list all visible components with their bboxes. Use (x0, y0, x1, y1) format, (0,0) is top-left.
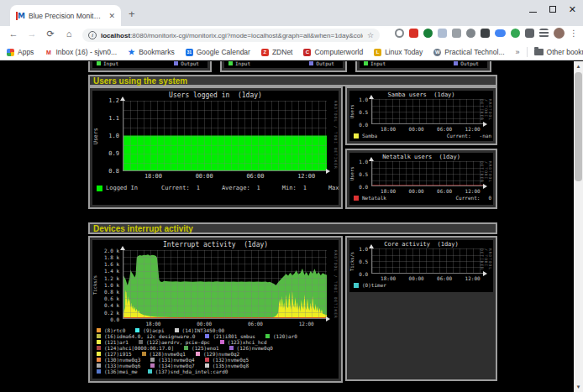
legend-item: (129)nvme0q2 (196, 351, 239, 357)
y-tick: 1.2 (92, 97, 119, 104)
legend-swatch (148, 369, 152, 374)
bookmark-star-icon[interactable]: ☆ (367, 31, 374, 39)
legend-row: (130)nvme0q3(131)nvme0q4(132)nvme0q5 (97, 357, 337, 363)
share-icon[interactable] (423, 29, 433, 38)
bookmark-item[interactable]: ZZDNet (261, 48, 293, 56)
legend-item-label: (130)nvme0q3 (104, 357, 140, 363)
x-tick: 18:00 (376, 126, 401, 132)
vertical-scrollbar[interactable]: ▲ ▼ (574, 61, 583, 392)
x-tick: 00:00 (404, 188, 429, 194)
preview-icon[interactable] (466, 29, 475, 38)
window-controls: ✕ (529, 5, 576, 13)
plot-area (123, 250, 327, 319)
y-tick: 1.0 (349, 159, 368, 165)
extensions-puzzle-icon[interactable] (525, 29, 534, 38)
x-tick: 12:00 (294, 173, 319, 180)
input-legend-label: Input (103, 61, 118, 66)
browser-menu-icon[interactable]: ⋮ (570, 29, 578, 38)
rrdtool-watermark: RRDTOOL / TOBI OETIKER (480, 248, 492, 274)
folder-icon (534, 49, 544, 55)
legend-item: (132)nvme0q5 (205, 357, 249, 363)
legend-item: (21)i801_smbus (205, 333, 255, 339)
y-tick: 0.5 (349, 171, 368, 177)
partial-graph-box[interactable]: Input Output (355, 61, 491, 72)
messenger-icon[interactable] (495, 29, 506, 37)
home-icon[interactable]: ⌂ (62, 29, 76, 39)
legend-row: (0)timer (354, 282, 491, 288)
legend-item-label: (9)acpi (143, 327, 164, 333)
notes-icon[interactable] (452, 29, 461, 38)
graph-box-core-activity[interactable]: Core activity (1day)Ticks/s1.00.50.018:0… (345, 236, 497, 381)
bookmark-item[interactable]: CComputerworld (303, 48, 363, 56)
search-icon[interactable] (395, 29, 404, 38)
mail-icon[interactable] (409, 29, 418, 38)
partial-graph-image: Input Output (224, 61, 343, 68)
back-icon[interactable]: ← (7, 29, 20, 39)
linuxtoday-icon: L (374, 49, 381, 56)
bookmark-label: Bookmarks (139, 48, 175, 56)
legend-item-label: (21)i801_smbus (213, 333, 255, 339)
legend-item-label: (121)ar1 (104, 339, 129, 345)
legend-item-label: (8)rtc0 (104, 327, 125, 333)
legend-swatch (205, 363, 209, 368)
legend-item: (14)INT3450:00 (175, 327, 225, 333)
rrdtool-watermark: RRDTOOL / TOBI OETIKER (334, 101, 338, 171)
legend-stat-value: 1 (257, 185, 260, 191)
browser-tab[interactable]: M Blue Precision Monitorix ✕ (10, 5, 121, 26)
bookmark-item[interactable]: LLinux Today (374, 48, 423, 56)
y-tick: 1.0 (349, 97, 368, 102)
scroll-up-icon[interactable]: ▲ (574, 61, 583, 71)
tab-list-icon[interactable] (539, 29, 549, 38)
profile-avatar[interactable] (554, 28, 565, 39)
graph-box-users-logged-in[interactable]: Users logged in (1day)Users1.21.11.00.90… (88, 86, 343, 209)
output-legend-label: Output (460, 61, 479, 66)
partial-graph-box[interactable]: Input Output (88, 61, 212, 72)
axis-arrow-up (120, 246, 125, 250)
y-tick: 0.0 (349, 122, 368, 128)
graph-users-logged-in: Users logged in (1day)Users1.21.11.00.90… (92, 91, 339, 205)
axis-arrow-up (369, 95, 374, 99)
bookmark-item[interactable]: ★Bookmarks (128, 48, 175, 56)
bookmark-item[interactable]: MInbox (16) - sjvn0... (45, 48, 117, 56)
minimize-icon[interactable] (529, 6, 537, 13)
page-info-icon[interactable]: i (88, 31, 97, 39)
legend-item: (131)nvme0q4 (150, 357, 194, 363)
partial-graph-box[interactable]: Input Output (220, 61, 347, 72)
adblock-icon[interactable] (511, 29, 520, 38)
legend-swatch (97, 334, 101, 338)
scroll-down-icon[interactable]: ▼ (574, 382, 583, 392)
graph-box-interrupt-activity[interactable]: Interrupt activity (1day)Ticks/s2.0 k1.8… (88, 236, 343, 383)
reload-icon[interactable]: ⟳ (44, 29, 57, 39)
new-tab-button[interactable]: + (129, 8, 135, 19)
maximize-icon[interactable] (549, 6, 556, 13)
dark-app-icon[interactable] (481, 29, 490, 38)
legend-swatch (97, 352, 101, 356)
axis-arrow-up (369, 157, 374, 161)
legend-stat-label: Current: (455, 195, 480, 201)
url-bar[interactable]: i localhost:8080/monitorix-cgi/monitorix… (82, 29, 380, 42)
legend-stat-value: 1 (303, 185, 307, 191)
legend-item-label: (120)ar0 (273, 333, 297, 339)
forward-icon[interactable]: → (25, 29, 39, 39)
bookmark-item[interactable]: Apps (7, 48, 34, 56)
graph-box-samba-users[interactable]: Samba users (1day)Users1.00.50.018:0000:… (345, 86, 497, 145)
bookmark-label: Linux Today (385, 48, 423, 56)
close-icon[interactable]: ✕ (569, 5, 576, 13)
legend-item: (123)xhci_hcd (220, 339, 267, 345)
legend-item-label: (137)snd_hda_intel:card0 (155, 368, 228, 374)
scrollbar-thumb[interactable] (575, 72, 582, 181)
bookmark-item[interactable]: 31Google Calendar (186, 48, 250, 56)
other-bookmarks-button[interactable]: Other bookmarks (534, 48, 583, 56)
legend-swatch (139, 340, 143, 344)
legend-row: (121)ar1(122)aerdrv, pcie-dpc(123)xhci_h… (97, 339, 337, 345)
graph-box-netatalk-users[interactable]: Netatalk users (1day)Users1.00.50.018:00… (345, 149, 497, 209)
legend-series: Samba (354, 133, 377, 139)
tab-close-icon[interactable]: ✕ (108, 12, 115, 20)
bookmarks-overflow-chevron[interactable]: » (516, 48, 520, 56)
y-tick: 0.0 (349, 184, 368, 190)
legend-item: (128)nvme0q1 (142, 351, 186, 357)
bookmark-item[interactable]: WPractical Technol... (433, 48, 504, 56)
x-tick: 18:00 (140, 173, 165, 180)
legend-row: NetatalkCurrent:0 (354, 195, 491, 201)
copy-icon[interactable] (438, 29, 447, 38)
